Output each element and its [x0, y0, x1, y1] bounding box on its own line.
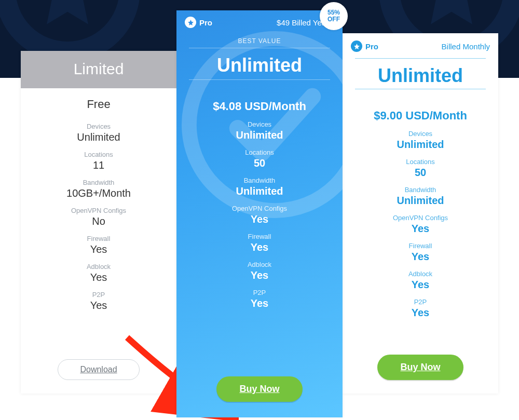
plan-name: Unlimited	[343, 65, 498, 87]
star-icon	[351, 40, 362, 52]
feature-label: Firewall	[348, 242, 493, 250]
feature-label: Locations	[182, 148, 337, 156]
plan-name: Unlimited	[176, 55, 343, 76]
feature-label: Adblock	[348, 270, 493, 278]
feature-value: Unlimited	[348, 139, 493, 151]
feature-value: Unlimited	[182, 129, 337, 141]
feature-value: 10GB+/Month	[26, 187, 171, 199]
feature-label: Firewall	[182, 233, 337, 240]
feature-value: Yes	[182, 241, 337, 253]
feature-label: Adblock	[26, 263, 171, 270]
feature-label: P2P	[348, 298, 493, 306]
feature-value: Yes	[348, 223, 493, 235]
plan-monthly: Pro Billed Monthly Unlimited $9.00 USD/M…	[343, 33, 498, 394]
divider	[355, 89, 486, 89]
feature-label: OpenVPN Configs	[348, 214, 493, 222]
feature-label: Devices	[26, 123, 171, 130]
feature-list: Devices Unlimited Locations 50 Bandwidth…	[343, 123, 498, 319]
feature-value: Yes	[26, 243, 171, 255]
pro-label: Pro	[365, 42, 378, 51]
divider	[189, 79, 330, 80]
feature-label: Locations	[26, 151, 171, 158]
feature-list: Devices Unlimited Locations 11 Bandwidth…	[21, 115, 176, 311]
feature-label: P2P	[26, 291, 171, 299]
feature-label: OpenVPN Configs	[182, 205, 337, 212]
discount-badge: 55% OFF	[320, 2, 348, 30]
feature-list: Devices Unlimited Locations 50 Bandwidth…	[176, 113, 343, 309]
feature-label: Firewall	[26, 235, 171, 242]
divider	[189, 48, 330, 48]
feature-value: Yes	[182, 269, 337, 281]
feature-value: Yes	[26, 300, 171, 311]
plan-limited: Limited Free Devices Unlimited Locations…	[21, 51, 176, 394]
pro-label: Pro	[199, 18, 212, 27]
feature-value: No	[26, 215, 171, 227]
discount-off: OFF	[327, 16, 340, 23]
feature-value: Unlimited	[182, 185, 337, 197]
feature-label: Bandwidth	[26, 179, 171, 186]
feature-label: Bandwidth	[348, 186, 493, 194]
feature-label: OpenVPN Configs	[26, 207, 171, 214]
buy-now-button[interactable]: Buy Now	[377, 355, 463, 380]
feature-value: Yes	[182, 213, 337, 225]
buy-now-button[interactable]: Buy Now	[216, 376, 302, 402]
billing-cycle: Billed Monthly	[442, 42, 490, 51]
plan-price: $4.08 USD/Month	[176, 100, 343, 113]
feature-value: Yes	[348, 279, 493, 291]
feature-value: Yes	[26, 272, 171, 283]
plan-featured: 55% OFF Pro $49 Billed Yearly BEST VALUE…	[176, 10, 343, 417]
feature-label: P2P	[182, 289, 337, 296]
feature-value: Yes	[348, 307, 493, 319]
plan-price: $9.00 USD/Month	[343, 109, 498, 123]
feature-label: Devices	[348, 130, 493, 138]
feature-value: 50	[182, 157, 337, 169]
divider	[355, 58, 486, 59]
pricing-cards: Limited Free Devices Unlimited Locations…	[0, 0, 519, 417]
feature-label: Adblock	[182, 261, 337, 268]
feature-label: Bandwidth	[182, 177, 337, 184]
feature-label: Locations	[348, 158, 493, 166]
feature-value: Unlimited	[26, 131, 171, 143]
feature-value: 50	[348, 167, 493, 179]
star-icon	[185, 17, 196, 28]
download-button[interactable]: Download	[58, 359, 139, 380]
plan-title: Limited	[21, 51, 176, 88]
feature-value: Yes	[348, 251, 493, 263]
feature-value: Yes	[182, 297, 337, 309]
plan-price: Free	[21, 88, 176, 115]
feature-value: 11	[26, 159, 171, 171]
feature-label: Devices	[182, 120, 337, 128]
best-value-label: BEST VALUE	[176, 37, 343, 45]
feature-value: Unlimited	[348, 195, 493, 207]
